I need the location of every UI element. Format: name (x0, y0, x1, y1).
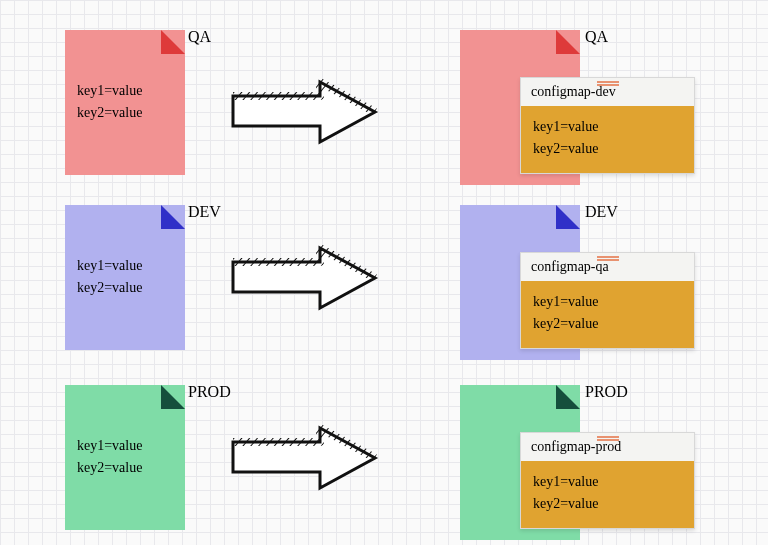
kv-line: key2=value (533, 493, 682, 515)
kv-line: key2=value (77, 457, 175, 479)
kv-line: key2=value (77, 102, 175, 124)
source-file-qa: key1=value key2=value (65, 30, 185, 175)
file-corner-icon (556, 30, 580, 54)
file-corner-icon (556, 205, 580, 229)
arrow-icon (225, 240, 385, 318)
configmap-header: configmap-qa (521, 253, 694, 281)
env-label-dev: DEV (188, 203, 221, 221)
configmap-name: configmap-prod (531, 439, 621, 454)
configmap-name: configmap-qa (531, 259, 609, 274)
file-corner-icon (161, 385, 185, 409)
file-corner-icon (161, 205, 185, 229)
env-label-prod-right: PROD (585, 383, 628, 401)
file-corner-icon (161, 30, 185, 54)
configmap-body: key1=value key2=value (521, 281, 694, 348)
configmap-header: configmap-dev (521, 78, 694, 106)
kv-line: key2=value (77, 277, 175, 299)
arrow-icon (225, 420, 385, 498)
configmap-header: configmap-prod (521, 433, 694, 461)
env-label-dev-right: DEV (585, 203, 618, 221)
env-label-prod: PROD (188, 383, 231, 401)
kv-line: key1=value (533, 471, 682, 493)
arrow-icon (225, 74, 385, 152)
file-corner-icon (556, 385, 580, 409)
configmap-card-dev: configmap-qa key1=value key2=value (520, 252, 695, 349)
env-label-qa-right: QA (585, 28, 608, 46)
configmap-body: key1=value key2=value (521, 461, 694, 528)
kv-line: key1=value (533, 291, 682, 313)
source-file-dev: key1=value key2=value (65, 205, 185, 350)
kv-line: key1=value (533, 116, 682, 138)
kv-line: key1=value (77, 435, 175, 457)
kv-line: key2=value (533, 138, 682, 160)
kv-line: key1=value (77, 80, 175, 102)
configmap-body: key1=value key2=value (521, 106, 694, 173)
configmap-card-prod: configmap-prod key1=value key2=value (520, 432, 695, 529)
env-label-qa: QA (188, 28, 211, 46)
configmap-name: configmap-dev (531, 84, 616, 99)
kv-line: key2=value (533, 313, 682, 335)
kv-line: key1=value (77, 255, 175, 277)
configmap-card-qa: configmap-dev key1=value key2=value (520, 77, 695, 174)
source-file-prod: key1=value key2=value (65, 385, 185, 530)
